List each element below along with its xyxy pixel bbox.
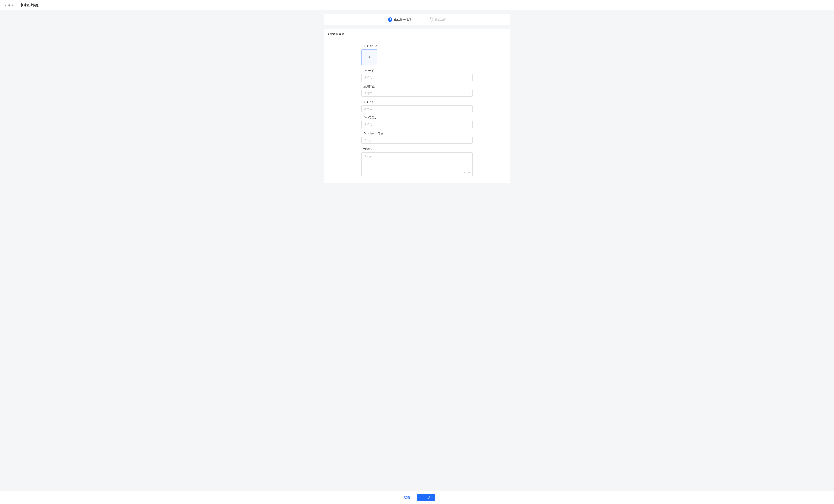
steps-indicator: 1 企业基本信息 2 资质上传	[324, 14, 510, 25]
name-label: 企业名称	[361, 69, 473, 73]
step-basic-info: 1 企业基本信息	[388, 17, 411, 22]
back-button[interactable]: 返回	[4, 3, 17, 7]
form-item-legal: 企业法人	[361, 100, 473, 112]
industry-select-display: 请选择	[361, 90, 473, 97]
form-card: 企业基本信息 企业LOGO + 企业名称 所属行业 请	[324, 29, 510, 183]
form-item-logo: 企业LOGO +	[361, 44, 473, 65]
contact-label: 企业联系人	[361, 116, 473, 120]
step-number: 1	[388, 17, 392, 22]
step-qualification-upload: 2 资质上传	[429, 17, 446, 22]
phone-input[interactable]	[361, 137, 473, 144]
industry-label: 所属行业	[361, 85, 473, 88]
chevron-left-icon	[4, 4, 7, 6]
form-section-title: 企业基本信息	[324, 29, 510, 40]
chevron-down-icon	[468, 92, 470, 94]
logo-label: 企业LOGO	[361, 44, 473, 48]
form-item-contact: 企业联系人	[361, 116, 473, 128]
legal-input[interactable]	[361, 105, 473, 112]
page-title: 新建企业信息	[21, 3, 39, 7]
logo-upload-button[interactable]: +	[361, 49, 377, 65]
form-item-intro: 企业简介 0/100	[361, 147, 473, 177]
step-number: 2	[429, 17, 433, 22]
legal-label: 企业法人	[361, 100, 473, 104]
back-label: 返回	[8, 3, 14, 7]
step-label: 企业基本信息	[394, 18, 411, 22]
form-item-name: 企业名称	[361, 69, 473, 81]
phone-label: 企业联系人电话	[361, 131, 473, 135]
plus-icon: +	[368, 55, 371, 60]
form-item-phone: 企业联系人电话	[361, 131, 473, 144]
industry-select[interactable]: 请选择	[361, 90, 473, 97]
name-input[interactable]	[361, 74, 473, 81]
industry-placeholder: 请选择	[364, 91, 372, 95]
intro-textarea[interactable]	[361, 152, 473, 176]
contact-input[interactable]	[361, 121, 473, 128]
intro-char-count: 0/100	[464, 172, 470, 175]
page-header: 返回 新建企业信息	[0, 0, 834, 10]
intro-label: 企业简介	[361, 147, 473, 151]
main-container: 1 企业基本信息 2 资质上传 企业基本信息 企业LOGO + 企业名称	[324, 10, 510, 201]
form-item-industry: 所属行业 请选择	[361, 85, 473, 97]
step-label: 资质上传	[435, 18, 446, 22]
intro-textarea-wrap: 0/100	[361, 152, 473, 177]
form-inner: 企业LOGO + 企业名称 所属行业 请选择	[361, 44, 473, 177]
form-body: 企业LOGO + 企业名称 所属行业 请选择	[324, 40, 510, 183]
